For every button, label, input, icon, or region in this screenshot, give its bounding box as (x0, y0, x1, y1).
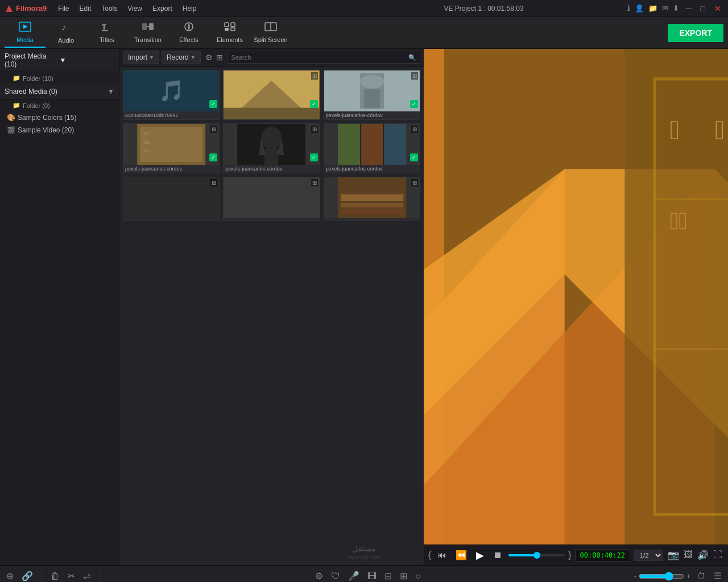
media-item-4[interactable]: 𓂀𓃀𓅓𓆣 𓇯𓈖𓉐𓊃 𓋴𓌀𓍯𓎛 ⊞ ✓ pexels-juancarlos-cór… (123, 123, 220, 173)
menu-view[interactable]: View (123, 3, 147, 14)
link-icon[interactable]: 🔗 (20, 569, 35, 582)
menu-help[interactable]: Help (178, 3, 201, 14)
screenshot-icon[interactable]: 🖼 (682, 548, 694, 562)
svg-rect-12 (225, 28, 229, 31)
fullscreen-icon[interactable]: ⛶ (712, 548, 723, 562)
playback-ratio-select[interactable]: 1/2 Full 1/4 (634, 550, 663, 561)
elements-icon (224, 22, 236, 35)
media-check-5: ✓ (310, 153, 318, 161)
menu-export[interactable]: Export (148, 3, 177, 14)
prev-frame-button[interactable]: ⏮ (435, 549, 449, 562)
sample-colors-item[interactable]: 🎨 Sample Colors (15) (0, 111, 119, 124)
bracket-right: } (568, 550, 571, 560)
progress-bar[interactable] (508, 554, 565, 556)
music-note-icon: 🎵 (159, 79, 184, 103)
toolbar-media[interactable]: Media (5, 18, 46, 48)
sample-video-item[interactable]: 🎬 Sample Video (20) (0, 124, 119, 136)
media-item-5[interactable]: ⊞ ✓ pexels-juancarlos-córdov. (223, 123, 320, 173)
zoom-in-icon[interactable]: + (686, 572, 690, 580)
folder-item[interactable]: 📁 Folder (10) (0, 72, 119, 84)
svg-rect-13 (231, 28, 235, 31)
toolbar-titles[interactable]: T Titles (86, 18, 127, 48)
maximize-btn[interactable]: □ (698, 4, 708, 13)
export-button[interactable]: EXPORT (668, 24, 723, 42)
media-expand-icon[interactable]: ▼ (60, 56, 115, 64)
svg-text:𓃀: 𓃀 (715, 115, 725, 145)
folder-icon[interactable]: 📁 (648, 4, 657, 13)
camera-icon[interactable]: 📷 (667, 548, 680, 562)
progress-fill (508, 554, 536, 556)
grid-view-icon[interactable]: ⊞ (216, 53, 223, 62)
media-thumb-img-1: 🎵 (123, 70, 219, 111)
account-icon[interactable]: 👤 (635, 4, 644, 13)
project-media-label: Project Media (10) (5, 52, 60, 68)
delete-icon[interactable]: 🗑 (49, 569, 61, 583)
toolbar-split-screen[interactable]: Split Screen (250, 18, 291, 48)
media-thumb-img-2 (224, 70, 319, 111)
title-bar: Filmora9 File Edit Tools View Export Hel… (0, 0, 728, 17)
toolbar-audio[interactable]: ♪ Audio (46, 18, 86, 48)
toolbar-titles-label: Titles (100, 36, 114, 43)
media-item-1[interactable]: 🎵 ✓ 64c04c08a918dc75997 (123, 70, 220, 120)
close-btn[interactable]: ✕ (712, 4, 723, 13)
add-track-icon[interactable]: ⊕ (5, 569, 15, 582)
split-icon[interactable]: ⊟ (383, 569, 394, 582)
record-button[interactable]: Record ▼ (162, 51, 201, 64)
mic-icon[interactable]: 🎤 (346, 569, 361, 582)
media-item-3[interactable]: ⊞ ✓ pexels-juancarlos-córdov. (324, 70, 420, 120)
menu-tools[interactable]: Tools (97, 3, 122, 14)
media-item-2[interactable]: ⊞ ✓ pexels-juancarlos-córdov. (223, 70, 320, 120)
zoom-out-icon[interactable]: - (634, 572, 636, 580)
shared-folder-item[interactable]: 📁 Folder (0) (0, 99, 119, 111)
filmstrip-icon[interactable]: 🎞 (366, 569, 378, 583)
minimize-btn[interactable]: ─ (684, 4, 694, 13)
mail-icon[interactable]: ✉ (662, 4, 668, 13)
time-bracket-end: } (568, 550, 571, 560)
zoom-range[interactable] (639, 572, 684, 581)
shared-media-expand[interactable]: ▼ (107, 88, 114, 95)
media-icon (19, 22, 31, 35)
svg-marker-3 (23, 24, 28, 29)
volume-icon[interactable]: 🔊 (696, 548, 710, 562)
filter-icon[interactable]: ⚙ (205, 53, 213, 62)
rewind-button[interactable]: ⏪ (453, 548, 470, 562)
menu-file[interactable]: File (53, 3, 73, 14)
media-header: Project Media (10) ▼ (0, 49, 119, 72)
media-toolbar: Import ▼ Record ▼ ⚙ ⊞ 🔍 (119, 49, 424, 66)
toolbar-effects[interactable]: Effects (168, 18, 209, 48)
info-icon[interactable]: ℹ (627, 4, 630, 13)
shield-icon[interactable]: 🛡 (329, 569, 342, 583)
preview-svg: 𓂀 𓃀 𓅓 𓆣𓇯 𓈖𓉐 (424, 49, 728, 544)
menu-edit[interactable]: Edit (75, 3, 96, 14)
media-check-4: ✓ (209, 153, 217, 161)
play-button[interactable]: ▶ (473, 548, 487, 563)
media-item-7[interactable]: ⊞ (123, 177, 220, 221)
record-dropdown-icon: ▼ (191, 55, 196, 60)
media-item-8[interactable]: ⊞ (223, 177, 320, 221)
media-item-6[interactable]: ⊞ ✓ pexels-juancarlos-córdov. (324, 123, 420, 173)
toolbar-transition[interactable]: Transition (127, 18, 168, 48)
media-label-1: 64c04c08a918dc75997 (123, 111, 219, 119)
toolbar: Media ♪ Audio T Titles Transition Effect… (0, 17, 728, 49)
timer-icon[interactable]: ⏱ (695, 569, 708, 583)
media-content: Import ▼ Record ▼ ⚙ ⊞ 🔍 🎵 ✓ 64c04c08 (119, 49, 424, 565)
app-name: Filmora9 (16, 4, 47, 13)
list-icon[interactable]: ☰ (712, 569, 723, 582)
toolbar-separator-2 (99, 571, 100, 582)
toolbar-elements[interactable]: Elements (209, 18, 250, 48)
svg-rect-22 (364, 89, 380, 109)
media-thumb-img-3 (324, 70, 420, 111)
media-item-9[interactable]: ⊞ (324, 177, 420, 221)
stop-button[interactable]: ⏹ (490, 549, 505, 562)
adjust-icon[interactable]: ⇌ (81, 569, 92, 582)
search-input[interactable] (231, 54, 406, 61)
circle-icon[interactable]: ○ (413, 569, 423, 583)
import-button[interactable]: Import ▼ (123, 51, 159, 64)
search-box[interactable]: 🔍 (228, 52, 420, 64)
cut-icon[interactable]: ✂ (66, 569, 77, 582)
crop-icon[interactable]: ⊞ (398, 569, 409, 582)
timeline-settings-icon[interactable]: ⚙ (313, 569, 325, 582)
download-icon[interactable]: ⬇ (673, 4, 679, 13)
svg-text:T: T (102, 23, 106, 31)
time-bracket-start: { (428, 550, 431, 560)
